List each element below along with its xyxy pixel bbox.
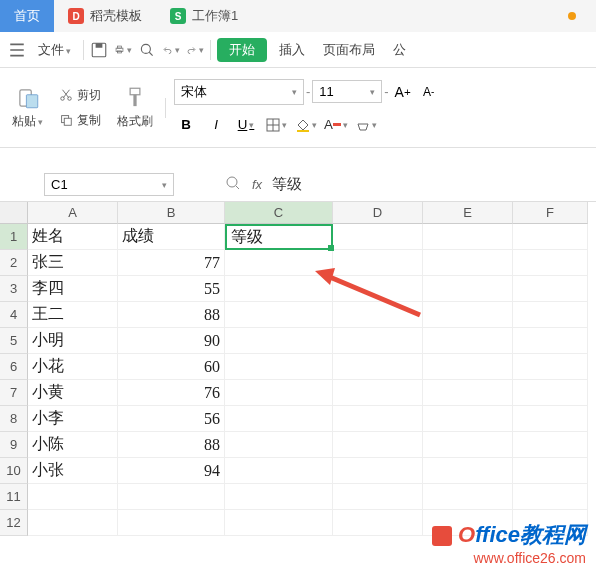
cell[interactable]: 94 [118, 458, 225, 484]
cell[interactable] [225, 250, 333, 276]
cut-button[interactable]: 剪切 [55, 85, 105, 106]
cell[interactable] [333, 224, 423, 250]
fontsize-select[interactable]: 11▾ [312, 80, 382, 103]
menu-icon[interactable] [8, 41, 26, 59]
row-header[interactable]: 11 [0, 484, 28, 510]
cell[interactable] [225, 380, 333, 406]
cell[interactable] [513, 276, 588, 302]
tab-docer[interactable]: D 稻壳模板 [54, 0, 156, 32]
cell[interactable] [423, 406, 513, 432]
cell-selected[interactable]: 等级 [225, 224, 333, 250]
row-header[interactable]: 6 [0, 354, 28, 380]
cell[interactable] [225, 432, 333, 458]
row-header[interactable]: 5 [0, 328, 28, 354]
font-color-button[interactable]: A▾ [324, 113, 348, 137]
cell[interactable]: 王二 [28, 302, 118, 328]
increase-font-button[interactable]: A+ [391, 80, 415, 104]
cell[interactable]: 56 [118, 406, 225, 432]
cell[interactable] [118, 510, 225, 536]
cell[interactable] [513, 328, 588, 354]
cell[interactable] [423, 458, 513, 484]
cell[interactable] [333, 328, 423, 354]
col-header-C[interactable]: C [225, 202, 333, 224]
cell[interactable] [225, 302, 333, 328]
formula-value[interactable]: 等级 [272, 175, 302, 194]
row-header[interactable]: 4 [0, 302, 28, 328]
cell[interactable] [423, 328, 513, 354]
cell[interactable] [225, 276, 333, 302]
cell[interactable]: 小明 [28, 328, 118, 354]
cell[interactable]: 90 [118, 328, 225, 354]
row-header[interactable]: 9 [0, 432, 28, 458]
cell[interactable] [513, 406, 588, 432]
cell[interactable] [333, 432, 423, 458]
row-header[interactable]: 12 [0, 510, 28, 536]
cell[interactable] [423, 380, 513, 406]
paste-button[interactable]: 粘贴▾ [8, 81, 47, 134]
col-header-B[interactable]: B [118, 202, 225, 224]
row-header[interactable]: 10 [0, 458, 28, 484]
cell[interactable] [225, 328, 333, 354]
name-box[interactable]: C1▾ [44, 173, 174, 196]
cell[interactable] [513, 432, 588, 458]
menu-file[interactable]: 文件▾ [32, 37, 77, 63]
ribbon-start[interactable]: 开始 [217, 38, 267, 62]
cell[interactable]: 76 [118, 380, 225, 406]
cell[interactable] [333, 458, 423, 484]
print-icon[interactable]: ▾ [114, 41, 132, 59]
cell[interactable] [513, 458, 588, 484]
spreadsheet-grid[interactable]: A B C D E F 1姓名成绩等级 2张三77 3李四55 4王二88 5小… [0, 202, 596, 536]
cell[interactable]: 小花 [28, 354, 118, 380]
cell[interactable]: 88 [118, 302, 225, 328]
bold-button[interactable]: B [174, 113, 198, 137]
cell[interactable] [423, 224, 513, 250]
cell[interactable]: 李四 [28, 276, 118, 302]
cell[interactable] [225, 406, 333, 432]
row-header[interactable]: 7 [0, 380, 28, 406]
font-select[interactable]: 宋体▾ [174, 79, 304, 105]
underline-button[interactable]: U▾ [234, 113, 258, 137]
border-button[interactable]: ▾ [264, 113, 288, 137]
decrease-font-button[interactable]: A- [417, 80, 441, 104]
cell[interactable]: 小黄 [28, 380, 118, 406]
preview-icon[interactable] [138, 41, 156, 59]
zoom-icon[interactable] [224, 174, 242, 195]
cell[interactable] [333, 354, 423, 380]
col-header-A[interactable]: A [28, 202, 118, 224]
cell[interactable]: 小李 [28, 406, 118, 432]
cell[interactable] [423, 432, 513, 458]
cell[interactable] [423, 250, 513, 276]
row-header[interactable]: 2 [0, 250, 28, 276]
cell[interactable] [333, 250, 423, 276]
ribbon-layout[interactable]: 页面布局 [317, 37, 381, 63]
cell[interactable]: 姓名 [28, 224, 118, 250]
cell[interactable]: 小张 [28, 458, 118, 484]
cell[interactable] [423, 484, 513, 510]
cell[interactable] [28, 510, 118, 536]
row-header[interactable]: 1 [0, 224, 28, 250]
ribbon-publish[interactable]: 公 [387, 37, 412, 63]
formatbrush-button[interactable]: 格式刷 [113, 81, 157, 134]
cell[interactable] [513, 354, 588, 380]
cell[interactable] [333, 276, 423, 302]
cell[interactable] [423, 276, 513, 302]
fill-handle[interactable] [328, 245, 334, 251]
save-icon[interactable] [90, 41, 108, 59]
undo-icon[interactable]: ▾ [162, 41, 180, 59]
cell[interactable]: 77 [118, 250, 225, 276]
cell[interactable]: 88 [118, 432, 225, 458]
tab-home[interactable]: 首页 [0, 0, 54, 32]
cell[interactable] [513, 484, 588, 510]
cell[interactable]: 60 [118, 354, 225, 380]
col-header-E[interactable]: E [423, 202, 513, 224]
cell[interactable] [423, 354, 513, 380]
cell[interactable]: 张三 [28, 250, 118, 276]
cell[interactable] [333, 484, 423, 510]
cell[interactable]: 成绩 [118, 224, 225, 250]
cell[interactable] [225, 354, 333, 380]
fill-color-button[interactable]: ▾ [294, 113, 318, 137]
notification-dot[interactable] [568, 12, 576, 20]
cell[interactable] [28, 484, 118, 510]
cell[interactable] [513, 250, 588, 276]
cell[interactable] [225, 484, 333, 510]
